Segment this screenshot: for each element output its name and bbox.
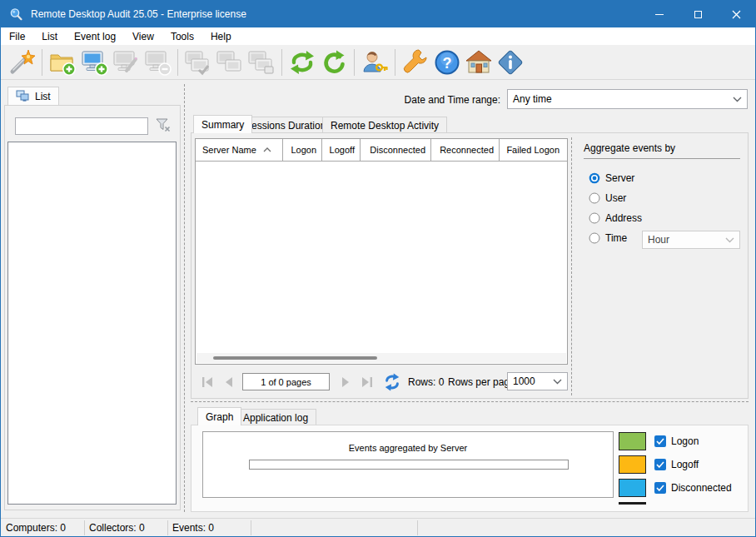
status-separator — [167, 520, 168, 535]
graph-title: Events aggregated by Server — [203, 443, 613, 453]
filter-icon — [155, 117, 172, 133]
toolbar-separator — [42, 49, 42, 76]
rows-count-label: Rows: 0 — [408, 376, 444, 388]
minimize-button[interactable] — [640, 1, 679, 27]
tab-summary[interactable]: Summary — [193, 115, 252, 133]
column-label: Logon — [291, 145, 316, 155]
radio-unselected-icon — [589, 212, 600, 224]
radio-server-label: Server — [605, 172, 634, 184]
panel-splitter[interactable] — [571, 137, 572, 395]
check-icon — [656, 461, 664, 468]
menu-bar: File List Event log View Tools Help — [1, 27, 755, 45]
radio-user[interactable]: User — [589, 192, 626, 204]
close-icon — [732, 10, 741, 19]
filter-clear-button[interactable] — [152, 117, 173, 136]
chevron-down-icon — [725, 237, 734, 243]
column-label: Failed Logon — [506, 145, 560, 155]
radio-time[interactable]: Time — [589, 232, 627, 244]
computer-list[interactable] — [7, 142, 177, 505]
refresh-all-icon — [288, 48, 316, 77]
toolbar-separator — [354, 49, 355, 76]
settings-button[interactable] — [400, 47, 431, 78]
tab-application-log[interactable]: Application log — [235, 409, 316, 425]
menu-list[interactable]: List — [33, 27, 66, 45]
vertical-splitter[interactable] — [184, 84, 185, 512]
legend-swatch-logoff — [619, 455, 646, 474]
graph-tab-page: Events aggregated by Server Logon Logoff… — [191, 425, 749, 512]
date-range-label: Date and Time range: — [359, 94, 500, 106]
add-folder-button[interactable] — [47, 47, 78, 78]
add-computer-button[interactable] — [78, 47, 110, 78]
column-server-name[interactable]: Server Name — [196, 139, 283, 161]
checkbox-disconnected-checked[interactable] — [654, 482, 666, 494]
home-button[interactable] — [463, 47, 495, 78]
menu-file[interactable]: File — [1, 27, 33, 45]
column-reconnected[interactable]: Reconnected — [431, 139, 500, 161]
chevron-down-icon — [553, 379, 562, 385]
tab-list[interactable]: List — [7, 87, 59, 105]
checkbox-logon-checked[interactable] — [654, 435, 666, 447]
minimize-icon — [655, 14, 664, 15]
refresh-button[interactable] — [318, 47, 350, 78]
last-page-button[interactable] — [357, 372, 377, 392]
menu-view[interactable]: View — [124, 27, 162, 45]
menu-event-log[interactable]: Event log — [66, 27, 124, 45]
computer-remove-icon-disabled — [143, 48, 172, 77]
horizontal-splitter[interactable] — [191, 401, 749, 402]
radio-server[interactable]: Server — [589, 172, 634, 184]
column-label: Server Name — [202, 145, 256, 155]
scrollbar-thumb[interactable] — [213, 356, 377, 360]
previous-page-icon — [221, 375, 236, 389]
tab-remote-desktop-activity[interactable]: Remote Desktop Activity — [322, 117, 447, 133]
tab-list-label: List — [35, 91, 51, 102]
first-page-button[interactable] — [197, 372, 217, 392]
status-collectors: Collectors: 0 — [89, 522, 145, 534]
search-input[interactable] — [15, 117, 148, 135]
wizard-button[interactable] — [6, 47, 37, 78]
title-bar: Remote Desktop Audit 25.05 - Enterprise … — [1, 1, 755, 27]
reload-rows-button[interactable] — [382, 372, 402, 392]
tab-graph[interactable]: Graph — [197, 407, 241, 425]
info-icon — [496, 48, 525, 77]
column-disconnected[interactable]: Disconnected — [361, 139, 431, 161]
legend-item-logon: Logon — [619, 432, 699, 450]
credentials-button[interactable] — [359, 47, 390, 78]
sort-asc-icon — [263, 147, 271, 152]
window-title: Remote Desktop Audit 25.05 - Enterprise … — [31, 8, 246, 20]
legend-item-logoff: Logoff — [619, 455, 699, 474]
legend-swatch-disconnected — [619, 479, 646, 497]
date-range-select[interactable]: Any time — [507, 89, 748, 109]
page-indicator-label: 1 of 0 pages — [261, 377, 311, 387]
table-body-empty — [196, 162, 567, 344]
help-button[interactable]: ? — [431, 47, 463, 78]
checkbox-logoff-checked[interactable] — [654, 459, 666, 470]
refresh-icon — [320, 48, 348, 77]
maximize-button[interactable] — [679, 1, 717, 27]
column-logon[interactable]: Logon — [283, 139, 322, 161]
legend-label-logoff: Logoff — [671, 459, 699, 470]
rows-per-page-select[interactable]: 1000 — [507, 372, 568, 390]
previous-page-button[interactable] — [219, 372, 239, 392]
check-computers-button — [182, 47, 214, 78]
column-label: Reconnected — [440, 145, 494, 155]
status-separator — [417, 520, 418, 535]
app-icon — [9, 7, 23, 22]
user-key-icon — [361, 48, 389, 77]
time-unit-value: Hour — [648, 234, 669, 246]
rows-per-page-value: 1000 — [513, 375, 535, 387]
radio-address[interactable]: Address — [589, 212, 642, 224]
date-range-value: Any time — [513, 93, 552, 105]
next-page-button[interactable] — [336, 372, 356, 392]
column-logoff[interactable]: Logoff — [322, 139, 361, 161]
close-button[interactable] — [717, 1, 755, 27]
menu-help[interactable]: Help — [202, 27, 240, 45]
menu-tools[interactable]: Tools — [162, 27, 202, 45]
computers-pair-icon-disabled — [216, 48, 244, 77]
column-failed-logon[interactable]: Failed Logon — [500, 139, 565, 161]
toolbar-separator — [395, 49, 395, 76]
column-label: Disconnected — [370, 145, 425, 155]
refresh-all-button[interactable] — [286, 47, 318, 78]
status-bar: Computers: 0 Collectors: 0 Events: 0 — [1, 518, 755, 537]
about-button[interactable] — [495, 47, 526, 78]
table-horizontal-scrollbar[interactable] — [196, 353, 566, 363]
